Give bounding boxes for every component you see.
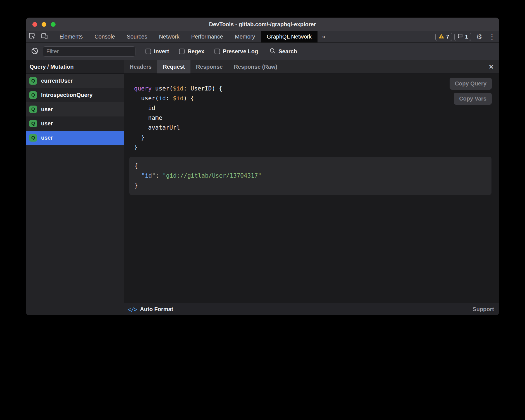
search-icon: [269, 47, 276, 56]
checkbox-label: Regex: [187, 48, 204, 55]
detail-tab-strip: HeadersRequestResponseResponse (Raw): [124, 60, 283, 73]
copy-buttons: Copy Query Copy Vars: [450, 78, 492, 105]
clear-button[interactable]: [30, 47, 39, 56]
warnings-badge[interactable]: 7: [435, 33, 452, 41]
block-icon: [31, 47, 39, 56]
gear-icon: ⚙: [476, 33, 482, 41]
query-name: user: [41, 120, 53, 127]
kebab-menu-icon: ⋮: [488, 32, 496, 41]
list-item-user[interactable]: Quser: [26, 102, 124, 116]
detail-tab-bar: HeadersRequestResponseResponse (Raw) ✕: [124, 60, 499, 74]
checkbox-box-invert[interactable]: [145, 49, 151, 54]
warning-icon: [438, 33, 444, 40]
issues-badge[interactable]: 1: [454, 33, 471, 41]
inspect-cursor-icon: [28, 32, 36, 41]
checkbox-preserve-log[interactable]: Preserve Log: [214, 48, 258, 55]
filter-toolbar: InvertRegexPreserve Log Search: [26, 43, 499, 60]
query-name: currentUser: [41, 78, 73, 84]
copy-vars-button[interactable]: Copy Vars: [454, 93, 492, 105]
filter-input[interactable]: [43, 46, 135, 57]
list-item-currentuser[interactable]: QcurrentUser: [26, 74, 124, 88]
query-type-badge: Q: [29, 77, 37, 85]
tab-memory[interactable]: Memory: [229, 31, 261, 42]
copy-query-button[interactable]: Copy Query: [450, 78, 492, 90]
tab-console[interactable]: Console: [89, 31, 121, 42]
code-line: }: [134, 142, 491, 152]
toolbar-divider: [52, 34, 52, 40]
query-type-badge: Q: [29, 134, 37, 142]
checkbox-regex[interactable]: Regex: [179, 48, 204, 55]
checkbox-box-regex[interactable]: [179, 49, 185, 54]
code-line: {: [134, 161, 487, 171]
detail-tab-response[interactable]: Response: [190, 60, 228, 73]
zoom-window-button[interactable]: [51, 22, 56, 27]
sidebar-header: Query / Mutation: [26, 60, 124, 74]
code-line: name: [134, 113, 491, 123]
close-window-button[interactable]: [32, 22, 37, 27]
support-link[interactable]: Support: [472, 306, 494, 312]
message-icon: [457, 33, 463, 40]
tab-network[interactable]: Network: [153, 31, 185, 42]
title-bar: DevTools - gitlab.com/-/graphql-explorer: [26, 18, 499, 31]
search-button[interactable]: Search: [269, 47, 297, 56]
query-type-badge: Q: [29, 91, 37, 99]
code-line: user(id: $id) {: [134, 94, 491, 103]
detail-tab-request[interactable]: Request: [157, 60, 190, 73]
detail-tab-headers[interactable]: Headers: [124, 60, 157, 73]
device-toolbar-icon: [41, 32, 48, 41]
tab-performance[interactable]: Performance: [185, 31, 229, 42]
main-tab-bar: ElementsConsoleSourcesNetworkPerformance…: [26, 31, 499, 43]
more-tabs-button[interactable]: »: [318, 31, 330, 42]
inspect-element-button[interactable]: [26, 31, 38, 42]
close-detail-button[interactable]: ✕: [483, 60, 499, 73]
device-toolbar-button[interactable]: [38, 31, 51, 42]
checkbox-box-preserve-log[interactable]: [214, 49, 220, 54]
detail-footer: </> Auto Format Support: [124, 303, 499, 315]
detail-panel: HeadersRequestResponseResponse (Raw) ✕ C…: [124, 60, 499, 315]
minimize-window-button[interactable]: [42, 22, 46, 27]
list-item-user[interactable]: Quser: [26, 116, 124, 131]
auto-format-button[interactable]: Auto Format: [140, 306, 173, 312]
code-line: }: [134, 133, 491, 142]
code-icon: </>: [128, 306, 137, 312]
query-type-badge: Q: [29, 106, 37, 113]
close-icon: ✕: [489, 63, 494, 71]
tab-elements[interactable]: Elements: [54, 31, 89, 42]
devtools-window: DevTools - gitlab.com/-/graphql-explorer…: [26, 18, 499, 315]
tab-bar-controls: 7 1 ⚙ ⋮: [435, 31, 499, 42]
code-line: }: [134, 181, 487, 190]
traffic-lights: [32, 18, 56, 31]
filter-options: InvertRegexPreserve Log: [135, 48, 258, 55]
request-view: Copy Query Copy Vars query user($id: Use…: [124, 74, 499, 303]
query-name: user: [41, 135, 53, 141]
graphql-query-code: query user($id: UserID) { user(id: $id) …: [134, 84, 491, 152]
code-line: "id": "gid://gitlab/User/13704317": [134, 171, 487, 181]
detail-tab-response-raw[interactable]: Response (Raw): [228, 60, 283, 73]
content-area: Query / Mutation QcurrentUserQIntrospect…: [26, 60, 499, 315]
query-sidebar: Query / Mutation QcurrentUserQIntrospect…: [26, 60, 124, 315]
code-line: avatarUrl: [134, 123, 491, 133]
checkbox-invert[interactable]: Invert: [145, 48, 169, 55]
menu-button[interactable]: ⋮: [487, 32, 497, 41]
query-type-badge: Q: [29, 120, 37, 127]
query-list: QcurrentUserQIntrospectionQueryQuserQuse…: [26, 74, 124, 315]
code-line: query user($id: UserID) {: [134, 84, 491, 94]
main-tab-strip: ElementsConsoleSourcesNetworkPerformance…: [54, 31, 318, 42]
query-name: IntrospectionQuery: [41, 92, 92, 98]
window-title: DevTools - gitlab.com/-/graphql-explorer: [209, 21, 316, 28]
checkbox-label: Invert: [154, 48, 169, 55]
checkbox-label: Preserve Log: [223, 48, 258, 55]
code-line: id: [134, 103, 491, 113]
list-item-introspectionquery[interactable]: QIntrospectionQuery: [26, 88, 124, 102]
query-variables-box: { "id": "gid://gitlab/User/13704317"}: [129, 157, 491, 195]
warning-count: 7: [446, 34, 449, 40]
settings-button[interactable]: ⚙: [473, 33, 485, 41]
search-label: Search: [278, 48, 297, 55]
query-name: user: [41, 106, 53, 113]
tab-graphql-network[interactable]: GraphQL Network: [261, 31, 317, 42]
message-count: 1: [465, 34, 468, 40]
list-item-user[interactable]: Quser: [26, 131, 124, 145]
tab-sources[interactable]: Sources: [121, 31, 153, 42]
